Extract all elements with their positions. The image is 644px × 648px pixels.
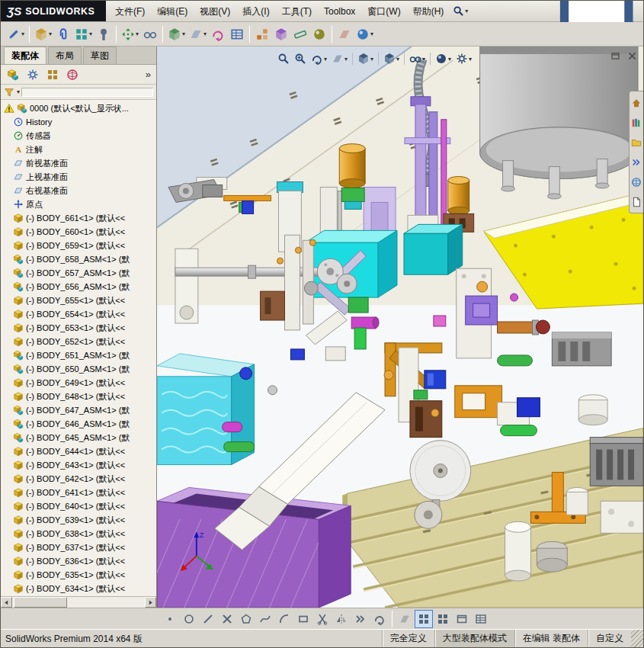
tree-item[interactable]: (-) BODY_650_ASM<1> (默 (2, 362, 156, 376)
edit-appearance-icon[interactable]: ▾ (433, 50, 453, 67)
tree-item[interactable]: (-) BODY_659<1> (默认<< (2, 239, 156, 252)
section-view-icon[interactable] (335, 24, 354, 44)
filter-icon[interactable] (4, 87, 14, 98)
tree-item[interactable]: 前视基准面 (2, 156, 156, 170)
sketch-trim-icon[interactable] (313, 610, 332, 628)
mate-icon[interactable] (54, 24, 72, 44)
tree-item[interactable]: (-) BODY_652<1> (默认<< (2, 335, 156, 348)
tree-item[interactable]: (-) BODY_647_ASM<1> (默 (2, 403, 156, 417)
sketch-rectangle-icon[interactable] (294, 610, 312, 628)
corner-view-icon[interactable] (396, 610, 414, 628)
menubar-item-3[interactable]: 视图(V) (194, 2, 236, 21)
status-large-assembly-mode[interactable]: 大型装配体模式 (434, 630, 514, 647)
section-view-icon[interactable]: ▾ (329, 50, 350, 67)
tab-2[interactable]: 布局 (48, 47, 82, 64)
smart-fasteners-icon[interactable] (95, 24, 113, 44)
view-orientation-icon[interactable]: ▾ (355, 50, 376, 67)
viewport-restore-icon[interactable] (610, 51, 620, 61)
previous-view-icon[interactable]: ▾ (309, 50, 329, 67)
tree-horizontal-scrollbar[interactable] (1, 596, 156, 608)
menubar-item-7[interactable]: 窗口(W) (361, 2, 406, 21)
reference-geometry-icon[interactable]: ▾ (187, 24, 208, 44)
tree-item[interactable]: (-) BODY_646_ASM<1> (默 (2, 417, 156, 431)
viewport-layout-icon[interactable] (453, 610, 471, 628)
status-custom-button[interactable]: 自定义 (588, 630, 631, 647)
search-icon[interactable]: ▾ (450, 1, 471, 21)
tree-item[interactable]: (-) BODY_658_ASM<1> (默 (2, 252, 156, 266)
exploded-view-icon[interactable] (253, 24, 271, 44)
sketch-circle-icon[interactable] (180, 610, 198, 628)
tree-item[interactable]: 上视基准面 (2, 170, 156, 184)
tree-item[interactable]: (-) BODY_657_ASM<1> (默 (2, 266, 156, 280)
tree-item[interactable]: (-) BODY_649<1> (默认<< (2, 376, 156, 390)
dimxpertmanager-icon[interactable] (63, 66, 82, 83)
design-library-icon[interactable] (630, 114, 643, 130)
tree-item[interactable]: 传感器 (2, 129, 156, 143)
tree-item[interactable]: (-) BODY_661<1> (默认<< (2, 211, 156, 225)
appearances-scenes-icon[interactable] (630, 174, 643, 190)
zoom-area-icon[interactable] (292, 50, 309, 67)
panel-overflow-button[interactable]: » (146, 69, 153, 80)
file-explorer-icon[interactable] (630, 134, 643, 150)
tree-item[interactable]: (-) BODY_634<1> (默认<< (2, 582, 156, 595)
tree-item[interactable]: (-) BODY_644<1> (默认<< (2, 444, 156, 458)
menubar-item-5[interactable]: 工具(T) (276, 2, 318, 21)
tree-item[interactable]: (-) BODY_660<1> (默认<< (2, 225, 156, 239)
tree-item[interactable]: (-) BODY_638<1> (默认<< (2, 527, 156, 541)
view-settings-icon[interactable]: ▾ (453, 50, 474, 67)
tab-3[interactable]: 草图 (83, 47, 117, 64)
tree-item[interactable]: (-) BODY_643<1> (默认<< (2, 458, 156, 472)
tree-item[interactable]: 右视基准面 (2, 184, 156, 197)
solidworks-resources-icon[interactable] (630, 95, 643, 111)
scroll-thumb[interactable] (14, 597, 67, 608)
interference-detection-icon[interactable] (272, 24, 290, 44)
shaded-sketch-icon[interactable] (415, 610, 433, 628)
graphics-area[interactable]: Z (157, 47, 643, 608)
component-pattern-icon[interactable]: ▾ (73, 24, 94, 44)
tree-item[interactable]: (-) BODY_651_ASM<1> (默 (2, 348, 156, 362)
configurationmanager-icon[interactable] (43, 66, 62, 83)
grid-snap-icon[interactable] (434, 610, 452, 628)
tree-item[interactable]: (-) BODY_656_ASM<1> (默 (2, 280, 156, 294)
tree-item[interactable]: (-) BODY_635<1> (默认<< (2, 568, 156, 582)
mass-properties-icon[interactable] (310, 24, 328, 44)
move-component-icon[interactable]: ▾ (120, 24, 140, 44)
tab-1[interactable]: 装配体 (4, 47, 46, 64)
sketch-erase-icon[interactable] (218, 610, 236, 628)
tree-item[interactable]: (-) BODY_648<1> (默认<< (2, 390, 156, 403)
tree-item[interactable]: (-) BODY_642<1> (默认<< (2, 472, 156, 486)
gold-cylinder-right[interactable] (444, 177, 474, 233)
tree-item[interactable]: (-) BODY_655<1> (默认<< (2, 294, 156, 307)
tree-item[interactable]: 注解 (2, 143, 156, 156)
tree-item[interactable]: (-) BODY_640<1> (默认<< (2, 499, 156, 513)
tree-item[interactable]: (-) BODY_637<1> (默认<< (2, 541, 156, 554)
design-table-icon[interactable] (472, 610, 490, 628)
scroll-right-icon[interactable] (145, 597, 156, 608)
tree-item[interactable]: (-) BODY_645_ASM<1> (默 (2, 431, 156, 444)
bill-of-materials-icon[interactable] (228, 24, 246, 44)
gold-cylinder-left[interactable] (339, 144, 365, 210)
insert-component-icon[interactable]: ▾ (33, 24, 53, 44)
tree-item[interactable]: 原点 (2, 197, 156, 211)
sketch-offset-icon[interactable] (351, 610, 370, 628)
filter-input[interactable] (21, 88, 153, 97)
sketch-mirror-icon[interactable] (332, 610, 351, 628)
display-style-icon[interactable]: ▾ (381, 50, 402, 67)
teal-block[interactable] (404, 215, 463, 274)
featuremanager-icon[interactable] (4, 66, 22, 83)
show-hidden-components-icon[interactable] (141, 24, 159, 44)
menubar-item-6[interactable]: Toolbox (318, 2, 361, 21)
scroll-left-icon[interactable] (1, 597, 12, 608)
filter-caret-icon[interactable]: ▾ (17, 88, 20, 95)
graphics-viewport[interactable]: Z ▾▾▾▾▾▾▾ (157, 47, 643, 608)
menubar-item-1[interactable]: 文件(F) (109, 2, 151, 21)
sketch-line-icon[interactable] (199, 610, 217, 628)
tree-item[interactable]: (-) BODY_654<1> (默认<< (2, 307, 156, 321)
zoom-fit-icon[interactable] (275, 50, 292, 67)
sketch-polygon-icon[interactable] (237, 610, 255, 628)
tree-item[interactable]: (-) BODY_653<1> (默认<< (2, 321, 156, 335)
tree-item[interactable]: (-) BODY_641<1> (默认<< (2, 486, 156, 499)
tree-item[interactable]: History (2, 115, 156, 129)
custom-properties-icon[interactable] (630, 194, 643, 210)
menubar-item-8[interactable]: 帮助(H) (407, 2, 450, 21)
